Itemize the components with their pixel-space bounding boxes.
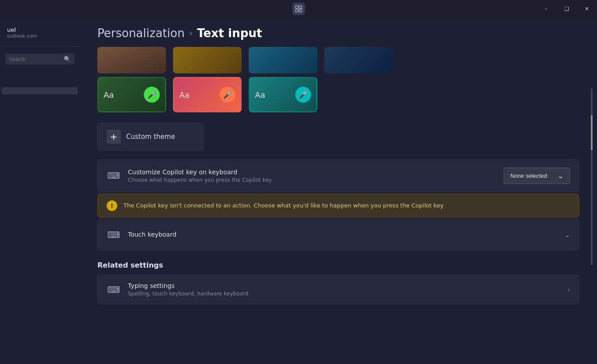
breadcrumb: Personalization › Text input (80, 18, 597, 47)
sidebar-search-container[interactable]: 🔍 (5, 54, 74, 65)
scrollbar-thumb[interactable] (591, 115, 593, 150)
search-input[interactable] (9, 56, 61, 62)
touch-keyboard-row[interactable]: ⌨ Touch keyboard ⌄ (98, 220, 579, 250)
sidebar-item-1[interactable] (2, 72, 78, 79)
sidebar-item-2[interactable] (2, 80, 78, 87)
scrollbar-track[interactable] (591, 88, 593, 265)
warning-icon: ! (107, 200, 117, 211)
copilot-text: Customize Copilot key on keyboard Choose… (128, 169, 497, 183)
sidebar-user: uel outlook.com (0, 23, 80, 46)
custom-theme-label: Custom theme (126, 133, 175, 141)
theme-thumbnails (97, 47, 579, 73)
minimize-button[interactable]: − (536, 0, 556, 18)
copilot-settings-row: ⌨ Customize Copilot key on keyboard Choo… (98, 160, 579, 192)
related-settings-heading: Related settings (97, 261, 579, 269)
mic-icon-orange: 🎤 (223, 91, 232, 99)
typing-settings-icon-container: ⌨ (107, 283, 121, 297)
breadcrumb-current: Text input (197, 27, 262, 40)
touch-keyboard-title: Touch keyboard (128, 231, 558, 238)
svg-rect-0 (296, 6, 298, 8)
touch-keyboard-icon-container: ⌨ (107, 228, 121, 242)
theme-cards: Aa 🎤 Aa 🎤 Aa 🎤 (97, 77, 579, 112)
chevron-down-icon: ⌄ (558, 172, 563, 180)
mic-btn-teal[interactable]: 🎤 (295, 87, 311, 103)
typing-settings-icon: ⌨ (108, 284, 120, 295)
theme-card-pink-label: Aa (179, 90, 189, 100)
typing-settings-title: Typing settings (128, 282, 560, 289)
window-controls: − ❑ ✕ (536, 0, 597, 18)
custom-theme-button[interactable]: + Custom theme (97, 123, 204, 150)
user-name: uel (7, 27, 73, 33)
typing-settings-subtitle: Spelling, touch keyboard, hardware keybo… (128, 291, 560, 297)
theme-card-green[interactable]: Aa 🎤 (97, 77, 166, 112)
theme-card-teal-label: Aa (255, 90, 265, 100)
scroll-area[interactable]: Aa 🎤 Aa 🎤 Aa 🎤 (80, 47, 597, 364)
warning-banner: ! The Copilot key isn't connected to an … (97, 194, 579, 218)
mic-btn-orange[interactable]: 🎤 (220, 87, 235, 103)
touch-keyboard-card: ⌨ Touch keyboard ⌄ (97, 219, 579, 250)
mic-icon-teal: 🎤 (299, 91, 308, 99)
touch-keyboard-icon: ⌨ (108, 230, 120, 240)
theme-thumb-4[interactable] (324, 47, 393, 73)
mic-btn-green[interactable]: 🎤 (144, 87, 160, 103)
app-icon (293, 3, 305, 15)
theme-thumb-3[interactable] (249, 47, 317, 73)
sidebar-item-3[interactable] (2, 87, 78, 94)
user-email: outlook.com (7, 33, 73, 39)
copilot-dropdown[interactable]: None selected ⌄ (504, 168, 570, 184)
main-content: Personalization › Text input Aa 🎤 (80, 18, 597, 364)
svg-rect-1 (299, 6, 302, 8)
app-layout: uel outlook.com 🔍 Personalization › Text… (0, 18, 597, 364)
copilot-dropdown-value: None selected (510, 172, 547, 179)
svg-rect-3 (299, 9, 302, 12)
theme-thumb-1[interactable] (97, 47, 166, 73)
breadcrumb-separator: › (189, 28, 193, 38)
theme-card-pink[interactable]: Aa 🎤 (173, 77, 242, 112)
copilot-settings-card: ⌨ Customize Copilot key on keyboard Choo… (97, 159, 579, 192)
copilot-title: Customize Copilot key on keyboard (128, 169, 497, 176)
theme-card-teal[interactable]: Aa 🎤 (249, 77, 317, 112)
theme-thumb-2[interactable] (173, 47, 242, 73)
typing-settings-text: Typing settings Spelling, touch keyboard… (128, 282, 560, 297)
touch-keyboard-chevron: ⌄ (565, 231, 570, 238)
theme-card-green-label: Aa (104, 90, 114, 100)
keyboard-icon: ⌨ (108, 170, 120, 181)
close-button[interactable]: ✕ (577, 0, 597, 18)
warning-text: The Copilot key isn't connected to an ac… (123, 202, 443, 210)
maximize-button[interactable]: ❑ (556, 0, 577, 18)
copilot-subtitle: Choose what happens when you press the C… (128, 177, 497, 183)
search-icon: 🔍 (64, 56, 71, 62)
copilot-keyboard-icon: ⌨ (107, 169, 121, 183)
copilot-dropdown-container: None selected ⌄ (504, 168, 570, 184)
sidebar: uel outlook.com 🔍 (0, 18, 80, 364)
svg-rect-2 (296, 9, 298, 12)
title-bar: − ❑ ✕ (0, 0, 597, 18)
sidebar-nav (0, 68, 80, 359)
breadcrumb-parent[interactable]: Personalization (97, 27, 185, 40)
chevron-right-icon: › (567, 286, 570, 293)
mic-icon-green: 🎤 (147, 91, 156, 99)
plus-icon: + (107, 130, 121, 144)
typing-settings-row[interactable]: ⌨ Typing settings Spelling, touch keyboa… (97, 275, 579, 304)
touch-keyboard-text: Touch keyboard (128, 231, 558, 239)
